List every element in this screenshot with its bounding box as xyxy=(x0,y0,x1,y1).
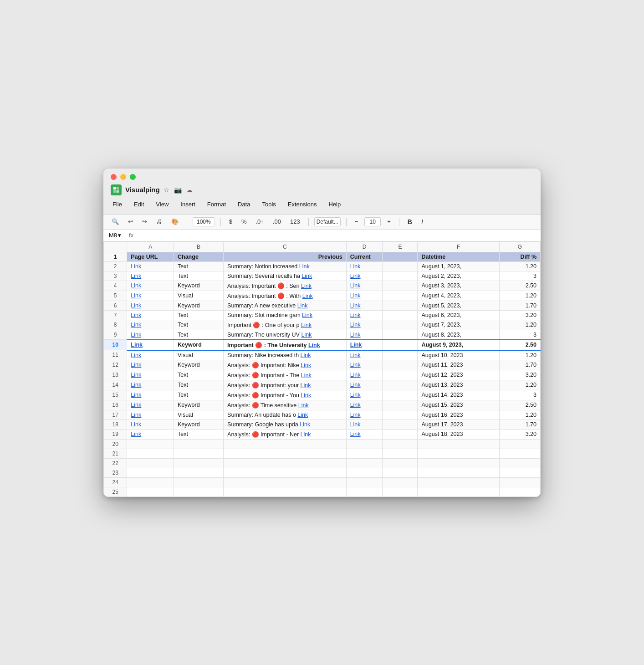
cell-g-17[interactable]: 1.20 xyxy=(500,410,541,419)
cloud-icon[interactable]: ☁ xyxy=(186,186,193,194)
cell-c-link[interactable]: Link xyxy=(301,362,311,368)
link-d-18[interactable]: Link xyxy=(350,421,361,428)
col-header-e[interactable]: E xyxy=(383,241,418,252)
cell-c-16[interactable]: Analysis: 🔴 Time sensitive Link xyxy=(224,400,347,410)
cell-a-11[interactable]: Link xyxy=(127,350,174,360)
cell-f-2[interactable]: August 1, 2023, xyxy=(418,261,500,271)
cell-g-16[interactable]: 2.50 xyxy=(500,400,541,410)
cell-a-3[interactable]: Link xyxy=(127,271,174,281)
link-a-17[interactable]: Link xyxy=(131,412,141,418)
cell-c-4[interactable]: Analysis: Important 🔴 : Seri Link xyxy=(224,281,347,291)
cell-b-2[interactable]: Text xyxy=(174,261,224,271)
cell-g-6[interactable]: 1.70 xyxy=(500,301,541,310)
link-a-15[interactable]: Link xyxy=(131,392,141,398)
cell-g-12[interactable]: 1.70 xyxy=(500,360,541,370)
cell-e-25[interactable] xyxy=(383,487,418,496)
link-d-8[interactable]: Link xyxy=(350,322,361,328)
link-a-11[interactable]: Link xyxy=(131,352,141,358)
header-cell-g[interactable]: Diff % xyxy=(500,252,541,261)
cell-b-4[interactable]: Keyword xyxy=(174,281,224,291)
cell-c-11[interactable]: Summary: Nike increased th Link xyxy=(224,350,347,360)
cell-d-6[interactable]: Link xyxy=(346,301,383,310)
redo-button[interactable]: ↪ xyxy=(139,217,150,226)
cell-f-9[interactable]: August 8, 2023, xyxy=(418,330,500,340)
cell-a-23[interactable] xyxy=(127,468,174,477)
link-a-4[interactable]: Link xyxy=(131,282,141,289)
cell-a-19[interactable]: Link xyxy=(127,429,174,439)
font-size-decrease-button[interactable]: − xyxy=(352,217,361,226)
link-a-16[interactable]: Link xyxy=(131,402,141,408)
cell-a-12[interactable]: Link xyxy=(127,360,174,370)
link-a-14[interactable]: Link xyxy=(131,382,141,388)
cell-c-21[interactable] xyxy=(224,449,347,458)
cell-c-link[interactable]: Link xyxy=(301,392,311,399)
cell-c-18[interactable]: Summary: Google has upda Link xyxy=(224,419,347,429)
zoom-selector[interactable]: 100% xyxy=(193,217,215,226)
cell-d-7[interactable]: Link xyxy=(346,310,383,320)
cell-g-10[interactable]: 2.50 xyxy=(500,340,541,350)
currency-button[interactable]: $ xyxy=(226,217,235,226)
cell-e-20[interactable] xyxy=(383,439,418,449)
link-d-5[interactable]: Link xyxy=(350,292,361,299)
paint-format-button[interactable]: 🎨 xyxy=(169,217,181,226)
link-d-15[interactable]: Link xyxy=(350,392,361,398)
cell-c-12[interactable]: Analysis: 🔴 Important: Nike Link xyxy=(224,360,347,370)
cell-b-9[interactable]: Text xyxy=(174,330,224,340)
cell-c-link[interactable]: Link xyxy=(301,332,312,338)
cell-c-15[interactable]: Analysis: 🔴 Important - You Link xyxy=(224,390,347,400)
menu-extensions[interactable]: Extensions xyxy=(286,200,319,209)
cell-e-7[interactable] xyxy=(383,310,418,320)
font-family-selector[interactable]: Default... xyxy=(314,217,341,226)
cell-g-14[interactable]: 1.20 xyxy=(500,380,541,390)
cell-f-13[interactable]: August 12, 2023 xyxy=(418,370,500,380)
cell-a-14[interactable]: Link xyxy=(127,380,174,390)
link-a-3[interactable]: Link xyxy=(131,273,141,279)
menu-edit[interactable]: Edit xyxy=(132,200,146,209)
menu-tools[interactable]: Tools xyxy=(260,200,277,209)
cell-a-2[interactable]: Link xyxy=(127,261,174,271)
cell-c-10[interactable]: Important 🔴 : The University Link xyxy=(224,340,347,350)
cell-g-4[interactable]: 2.50 xyxy=(500,281,541,291)
cell-g-13[interactable]: 3.20 xyxy=(500,370,541,380)
cell-b-19[interactable]: Text xyxy=(174,429,224,439)
cell-b-25[interactable] xyxy=(174,487,224,496)
col-header-g[interactable]: G xyxy=(500,241,541,252)
link-a-7[interactable]: Link xyxy=(131,312,141,318)
col-header-f[interactable]: F xyxy=(418,241,500,252)
cell-c-17[interactable]: Summary: An update has o Link xyxy=(224,410,347,419)
cell-d-21[interactable] xyxy=(346,449,383,458)
cell-e-13[interactable] xyxy=(383,370,418,380)
cell-d-13[interactable]: Link xyxy=(346,370,383,380)
link-d-4[interactable]: Link xyxy=(350,282,361,289)
cell-g-15[interactable]: 3 xyxy=(500,390,541,400)
cell-c-23[interactable] xyxy=(224,468,347,477)
cell-f-14[interactable]: August 13, 2023 xyxy=(418,380,500,390)
cell-e-9[interactable] xyxy=(383,330,418,340)
cell-d-8[interactable]: Link xyxy=(346,320,383,330)
cell-f-6[interactable]: August 5, 2023, xyxy=(418,301,500,310)
cell-b-8[interactable]: Text xyxy=(174,320,224,330)
cell-a-4[interactable]: Link xyxy=(127,281,174,291)
cell-e-11[interactable] xyxy=(383,350,418,360)
link-d-3[interactable]: Link xyxy=(350,273,361,279)
link-a-9[interactable]: Link xyxy=(131,332,141,338)
cell-d-3[interactable]: Link xyxy=(346,271,383,281)
cell-d-17[interactable]: Link xyxy=(346,410,383,419)
cell-b-17[interactable]: Visual xyxy=(174,410,224,419)
menu-format[interactable]: Format xyxy=(205,200,228,209)
cell-e-4[interactable] xyxy=(383,281,418,291)
cell-c-22[interactable] xyxy=(224,458,347,468)
cell-d-15[interactable]: Link xyxy=(346,390,383,400)
search-button[interactable]: 🔍 xyxy=(109,217,122,226)
header-cell-d[interactable]: Current xyxy=(346,252,383,261)
cell-c-link[interactable]: Link xyxy=(302,293,313,299)
cell-d-2[interactable]: Link xyxy=(346,261,383,271)
minimize-button[interactable] xyxy=(120,174,126,180)
cell-g-21[interactable] xyxy=(500,449,541,458)
cell-e-16[interactable] xyxy=(383,400,418,410)
cell-c-link[interactable]: Link xyxy=(301,431,311,438)
cell-c-link[interactable]: Link xyxy=(302,312,312,318)
header-cell-a[interactable]: Page URL xyxy=(127,252,174,261)
cell-c-link[interactable]: Link xyxy=(301,382,311,389)
link-a-12[interactable]: Link xyxy=(131,362,141,368)
